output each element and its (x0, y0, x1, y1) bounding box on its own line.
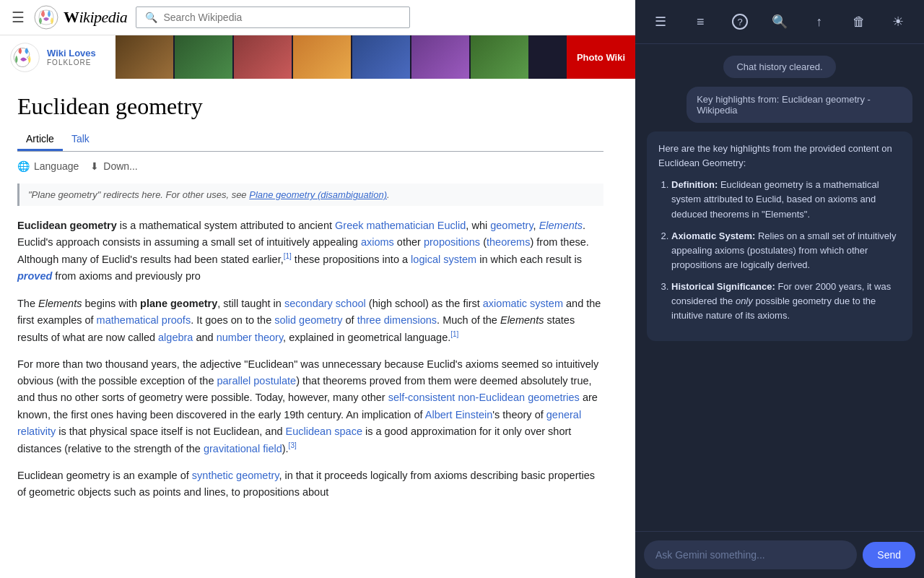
search-bar[interactable]: 🔍 (136, 7, 410, 28)
gemini-chat-area: Chat history cleared. Key highlights fro… (635, 44, 924, 531)
math-proofs-link[interactable]: mathematical proofs (97, 314, 191, 326)
menu-icon: ☰ (655, 14, 666, 30)
response-label-2: Axiomatic System: (671, 230, 755, 241)
search-input[interactable] (163, 12, 401, 23)
gemini-brightness-button[interactable]: ☀ (884, 7, 912, 36)
response-item-1: Definition: Euclidean geometry is a math… (671, 178, 901, 221)
translate-icon: 🌐 (17, 160, 30, 172)
redirect-note: "Plane geometry" redirects here. For oth… (17, 184, 603, 206)
ref-3: [3] (289, 441, 297, 449)
axioms-link[interactable]: axioms (361, 236, 394, 248)
tab-article[interactable]: Article (17, 129, 63, 151)
banner-puzzle-icon (9, 41, 41, 74)
wiki-wordmark: Wikipedia (64, 8, 127, 27)
download-label: Down... (103, 160, 137, 172)
article-body: Euclidean geometry is a mathematical sys… (17, 217, 603, 501)
response-item-2: Axiomatic System: Relies on a small set … (671, 229, 901, 272)
list-icon: ≡ (697, 14, 705, 30)
search-icon: 🔍 (772, 14, 788, 30)
gemini-help-button[interactable]: ? (725, 7, 754, 36)
axiomatic-system-link[interactable]: axiomatic system (483, 298, 563, 309)
banner-wiki-loves: Wiki Loves (47, 48, 96, 59)
gemini-search-button[interactable]: 🔍 (765, 7, 794, 36)
chat-cleared-notice: Chat history cleared. (723, 56, 835, 78)
gemini-input-area: Send (635, 531, 924, 578)
gemini-topbar: ☰ ≡ ? 🔍 ↑ 🗑 ☀ (635, 0, 924, 44)
elements-link[interactable]: Elements (539, 220, 583, 231)
wiki-logo[interactable]: Wikipedia (33, 4, 127, 30)
article-toolbar: 🌐 Language ⬇ Down... (17, 160, 603, 172)
proved-link[interactable]: proved (17, 270, 52, 282)
number-theory-link[interactable]: number theory (217, 332, 283, 343)
greek-mathematician-link[interactable]: Greek mathematician Euclid (335, 220, 466, 231)
article-para-3: For more than two thousand years, the ad… (17, 356, 603, 457)
download-icon: ⬇ (90, 160, 99, 172)
brightness-icon: ☀ (892, 14, 904, 30)
search-icon: 🔍 (145, 12, 157, 23)
redirect-link[interactable]: Plane geometry (disambiguation) (249, 189, 387, 200)
geometry-link[interactable]: geometry (490, 220, 533, 231)
algebra-link[interactable]: algebra (158, 332, 193, 343)
propositions-link[interactable]: propositions (424, 236, 480, 248)
response-label-1: Definition: (671, 179, 718, 190)
elements-italic-1: Elements (38, 298, 82, 309)
tab-talk[interactable]: Talk (63, 129, 98, 151)
redirect-note-text: "Plane geometry" redirects here. For oth… (28, 189, 247, 200)
banner-img-3 (234, 35, 292, 79)
logical-system-link[interactable]: logical system (411, 254, 476, 265)
hamburger-icon[interactable]: ☰ (12, 9, 25, 26)
banner-photo-text: Photo Wiki (567, 35, 635, 79)
banner-img-7 (471, 35, 528, 79)
banner-text: Wiki Loves FOLKLORE (47, 48, 96, 66)
download-button[interactable]: ⬇ Down... (90, 160, 137, 172)
banner-img-4 (293, 35, 351, 79)
gemini-input[interactable] (644, 540, 857, 569)
solid-geometry-link[interactable]: solid geometry (274, 314, 342, 326)
ref-1: [1] (284, 252, 292, 260)
wiki-topbar: ☰ Wikipedia 🔍 (0, 0, 635, 35)
gemini-list-button[interactable]: ≡ (686, 7, 715, 36)
gemini-share-button[interactable]: ↑ (805, 7, 834, 36)
send-button[interactable]: Send (863, 542, 915, 568)
article-title: Euclidean geometry (17, 93, 603, 120)
response-intro: Here are the key highlights from the pro… (658, 142, 901, 171)
delete-icon: 🗑 (853, 14, 866, 30)
response-list: Definition: Euclidean geometry is a math… (658, 178, 901, 323)
response-label-3: Historical Significance: (671, 281, 775, 292)
banner-img-1 (116, 35, 173, 79)
euclidean-geometry-bold: Euclidean geometry (17, 220, 117, 231)
user-message: Key highlights from: Euclidean geometry … (687, 87, 912, 123)
language-button[interactable]: 🌐 Language (17, 160, 79, 172)
share-icon: ↑ (816, 14, 822, 30)
gemini-response: Here are the key highlights from the pro… (647, 131, 912, 341)
three-dimensions-link[interactable]: three dimensions (357, 314, 437, 326)
banner-logo: Wiki Loves FOLKLORE (0, 35, 116, 79)
article-para-4: Euclidean geometry is an example of synt… (17, 467, 603, 501)
language-label: Language (34, 160, 79, 172)
einstein-link[interactable]: Albert Einstein (425, 409, 493, 420)
article-tabs: Article Talk (17, 129, 603, 152)
article-para-2: The Elements begins with plane geometry,… (17, 296, 603, 346)
plane-geometry-bold: plane geometry (140, 298, 217, 309)
euclidean-space-link[interactable]: Euclidean space (286, 426, 362, 437)
non-euclidean-link[interactable]: self-consistent non-Euclidean geometries (388, 392, 580, 403)
gravitational-field-link[interactable]: gravitational field (204, 443, 282, 454)
elements-italic-2: Elements (500, 314, 544, 326)
response-item-3: Historical Significance: For over 2000 y… (671, 280, 901, 323)
banner-folklore: FOLKLORE (47, 59, 96, 66)
help-icon: ? (732, 14, 748, 30)
ref-1b: [1] (450, 330, 458, 338)
gemini-menu-button[interactable]: ☰ (646, 7, 675, 36)
response-italic-3: only (736, 296, 753, 306)
synthetic-geometry-link[interactable]: synthetic geometry (192, 470, 279, 481)
banner-img-2 (175, 35, 232, 79)
parallel-postulate-link[interactable]: parallel postulate (217, 375, 296, 387)
wiki-banner: Wiki Loves FOLKLORE Photo Wiki (0, 35, 635, 79)
theorems-link[interactable]: theorems (487, 236, 530, 248)
gemini-panel: ☰ ≡ ? 🔍 ↑ 🗑 ☀ Chat history cleared. Key … (635, 0, 924, 578)
gemini-delete-button[interactable]: 🗑 (845, 7, 873, 36)
globe-icon (33, 4, 59, 30)
secondary-school-link[interactable]: secondary school (284, 298, 366, 309)
wiki-content: Euclidean geometry Article Talk 🌐 Langua… (0, 79, 621, 525)
article-para-1: Euclidean geometry is a mathematical sys… (17, 217, 603, 285)
